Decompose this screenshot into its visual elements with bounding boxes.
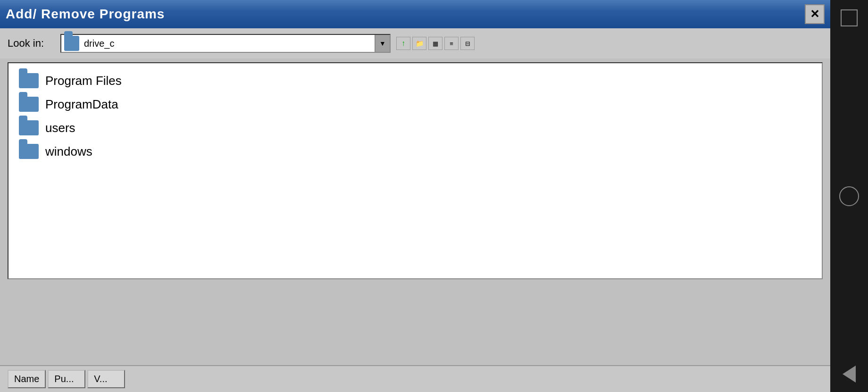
list-item[interactable]: Program Files bbox=[16, 69, 814, 92]
list-icon: ≡ bbox=[450, 40, 453, 47]
file-item-name: ProgramData bbox=[45, 97, 118, 112]
details-icon: ⊟ bbox=[465, 40, 470, 47]
toolbar: Look in: drive_c ▼ ↑ 📁 ▦ bbox=[0, 28, 830, 58]
current-path-text: drive_c bbox=[82, 38, 375, 49]
new-folder-icon: 📁 bbox=[416, 40, 424, 47]
column-header-publisher[interactable]: Pu... bbox=[48, 370, 85, 388]
list-view-button[interactable]: ≡ bbox=[444, 37, 459, 50]
file-item-name: windows bbox=[45, 144, 92, 159]
dialog-title: Add/ Remove Programs bbox=[6, 7, 165, 22]
column-header-name[interactable]: Name bbox=[8, 370, 46, 388]
android-nav-bar bbox=[830, 0, 868, 392]
file-item-name: Program Files bbox=[45, 74, 122, 88]
list-item[interactable]: windows bbox=[16, 140, 814, 163]
large-icons-button[interactable]: ▦ bbox=[428, 37, 442, 50]
list-item[interactable]: users bbox=[16, 116, 814, 140]
title-bar: Add/ Remove Programs ✕ bbox=[0, 0, 830, 28]
file-item-name: users bbox=[45, 121, 75, 135]
look-in-label: Look in: bbox=[8, 37, 55, 50]
create-folder-button[interactable]: 📁 bbox=[412, 37, 426, 50]
up-arrow-icon: ↑ bbox=[401, 39, 405, 48]
path-combo[interactable]: drive_c ▼ bbox=[60, 34, 391, 53]
folder-icon bbox=[18, 142, 40, 160]
combo-folder-icon bbox=[64, 37, 79, 50]
folder-icon bbox=[18, 119, 40, 137]
folder-icon bbox=[18, 95, 40, 113]
path-dropdown-arrow[interactable]: ▼ bbox=[375, 35, 390, 52]
nav-square-button[interactable] bbox=[841, 9, 858, 26]
close-button[interactable]: ✕ bbox=[805, 4, 825, 24]
large-icons-icon: ▦ bbox=[433, 40, 438, 47]
bottom-bar: Name Pu... V... bbox=[0, 365, 830, 392]
nav-circle-button[interactable] bbox=[839, 186, 859, 206]
nav-back-button[interactable] bbox=[843, 366, 856, 383]
column-header-version[interactable]: V... bbox=[87, 370, 125, 388]
details-view-button[interactable]: ⊟ bbox=[460, 37, 475, 50]
file-list-area: Program Files ProgramData users windows bbox=[8, 62, 823, 279]
folder-icon bbox=[18, 72, 40, 90]
up-folder-button[interactable]: ↑ bbox=[396, 37, 410, 50]
list-item[interactable]: ProgramData bbox=[16, 92, 814, 116]
toolbar-icons: ↑ 📁 ▦ ≡ ⊟ bbox=[396, 37, 475, 50]
